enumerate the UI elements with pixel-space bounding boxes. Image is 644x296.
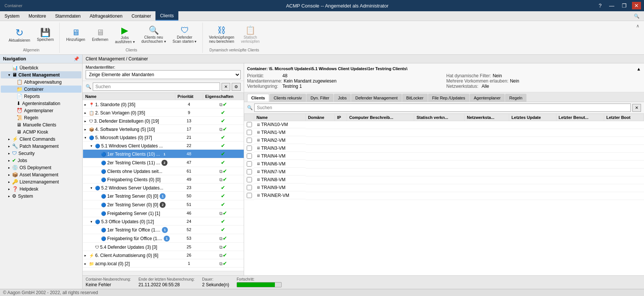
tab-bitlocker[interactable]: BitLocker [402, 94, 428, 102]
col-description[interactable]: Computer Beschreib... [347, 114, 414, 121]
client-checkbox[interactable] [247, 122, 252, 127]
client-row[interactable]: 🖥 TRAIN3-VM [244, 145, 644, 153]
sidebar-item-security[interactable]: ▸ 🛡 Security [1, 150, 81, 157]
speichern-button[interactable]: 💾 Speichern [34, 27, 56, 44]
tree-row[interactable]: ▸📦4. Software Verteilung (5) [10]17⧉✔ [83, 125, 244, 133]
aktualisieren-button[interactable]: ↻ Aktualisieren [6, 26, 33, 44]
tree-row[interactable]: ▸🛡3. Defender Einstellugen (0) [19]13✔ [83, 117, 244, 125]
tree-row[interactable]: 🔵1er Testring Clients (10) ...148✔ [83, 150, 244, 158]
client-row[interactable]: 🖥 TRAINER-VM [244, 192, 644, 200]
container-search-input[interactable] [93, 83, 220, 91]
entfernen-button[interactable]: 🖥 Entfernen [89, 27, 111, 44]
row-expand[interactable]: ▾ [90, 186, 95, 190]
tree-row[interactable]: 🔵2er Testring Clients (11) ...247✔ [83, 158, 244, 167]
tab-agentenplaner[interactable]: Agentenplaner [470, 94, 505, 102]
sidebar-item-regeln[interactable]: 📜 Regeln [1, 114, 81, 121]
sidebar-item-ueberblick[interactable]: 📊 Überblick [1, 64, 81, 71]
minimize-button[interactable]: — [607, 2, 617, 9]
sidebar-item-agentenplaner[interactable]: ⏰ Agentenplaner [1, 107, 81, 114]
jobs-ausfuehren-button[interactable]: ▶ Jobsausführen ▾ [112, 24, 137, 46]
client-checkbox[interactable] [247, 169, 252, 174]
sidebar-item-manuelle-clients[interactable]: 🖥 Manuelle Clients [1, 121, 81, 128]
sidebar-item-client-commands[interactable]: ▸ ⚡ Client Commands [1, 135, 81, 143]
help-button[interactable]: ? [596, 2, 604, 9]
client-row[interactable]: 🖥 TRAIN8-VM [244, 176, 644, 184]
expand-client-mgmt[interactable]: ▾ [7, 73, 11, 77]
expand-client-commands[interactable]: ▸ [7, 137, 11, 141]
sidebar-item-acmp-kiosk[interactable]: 🖥 ACMP Kiosk [1, 128, 81, 135]
client-row[interactable]: 🖥 TRAIN2-VM [244, 137, 644, 145]
row-expand[interactable]: ▸ [84, 128, 89, 131]
statisch-button[interactable]: 📋 Statischverknüpfen [238, 24, 262, 45]
col-priority[interactable]: Priorität [175, 93, 203, 100]
tree-row[interactable]: 🔵Freigabering für Office (1....153⧉✔ [83, 234, 244, 243]
col-last-user[interactable]: Letzter Benut... [556, 114, 604, 121]
sidebar-item-container[interactable]: 📁 Container [1, 86, 81, 93]
nav-pin-icon[interactable]: 📌 [74, 56, 79, 62]
client-row[interactable]: 🖥 TRAIN9-VM [244, 184, 644, 192]
client-row[interactable]: 🖥 TRAIN4-VM [244, 153, 644, 161]
tree-row[interactable]: ▸📍1. Standorte (0) [35]4⧉✔ [83, 100, 244, 108]
client-row[interactable]: 🖥 TRAIN10-VM [244, 121, 644, 129]
row-expand[interactable]: ▸ [84, 103, 89, 107]
tab-clients-rekursiv[interactable]: Clients rekursiv [270, 94, 306, 102]
expand-asset[interactable]: ▸ [7, 173, 11, 177]
col-ip[interactable]: IP [335, 114, 347, 121]
client-checkbox[interactable] [247, 130, 252, 135]
sidebar-item-os-deployment[interactable]: ▸ 💿 OS Deployment [1, 164, 81, 171]
sidebar-item-system[interactable]: ▸ ⚙ System [1, 192, 81, 200]
tree-row[interactable]: 🛡5.4 Defender Updates (3) [3]25⧉✔ [83, 243, 244, 251]
menu-search-icon[interactable]: 🔍 [629, 11, 644, 21]
row-expand[interactable]: ▸ [84, 254, 89, 257]
sidebar-item-client-management[interactable]: ▾ 🖥 Client Management [1, 71, 81, 78]
col-static[interactable]: Statisch verkn... [414, 114, 465, 121]
toolbar-collapse-btn[interactable]: ∧ [635, 23, 641, 29]
sidebar-item-asset-management[interactable]: ▸ 📦 Asset Management [1, 171, 81, 178]
client-row[interactable]: 🖥 TRAIN7-VM [244, 168, 644, 176]
sidebar-item-abfrageverwaltung[interactable]: 📋 Abfrageverwaltung [1, 78, 81, 86]
tree-row[interactable]: 🔵Freigabering Server (1) [1]46⧉✔ [83, 209, 244, 217]
sidebar-item-agenteninstallation[interactable]: ⬇ Agenteninstallation [1, 100, 81, 107]
tree-row[interactable]: 🔵1er Testring Server (0) [0]150✔ [83, 192, 244, 200]
client-checkbox[interactable] [247, 193, 252, 198]
tab-regeln[interactable]: Regeln [505, 94, 526, 102]
row-expand[interactable]: ▾ [90, 144, 95, 148]
menu-clients[interactable]: Clients [155, 11, 178, 21]
expand-jobs[interactable]: ▸ [7, 158, 11, 163]
client-row[interactable]: 🖥 TRAIN1-VM [244, 129, 644, 137]
sidebar-item-reports[interactable]: 📄 Reports [1, 93, 81, 100]
col-client-name[interactable]: Name [254, 114, 306, 121]
tree-row[interactable]: 🔵Clients ohne Updates seit...61⧉✔ [83, 167, 244, 175]
client-checkbox[interactable] [247, 161, 252, 167]
col-last-update[interactable]: Letztes Update [509, 114, 557, 121]
close-button[interactable]: ✕ [632, 2, 641, 9]
menu-system[interactable]: System [0, 11, 24, 21]
sidebar-item-jobs[interactable]: ▸ ✔ Jobs [1, 157, 81, 164]
sidebar-item-lizenzmanagement[interactable]: ▸ 🔑 Lizenzmanagement [1, 178, 81, 185]
clients-neu-button[interactable]: 🔍 Clients neudurchsuchen ▾ [139, 24, 169, 45]
expand-patch[interactable]: ▸ [7, 144, 11, 149]
expand-lizenz[interactable]: ▸ [7, 180, 11, 184]
tree-row[interactable]: ▾🔵5.3 Office Updates (0) [12]24✔ [83, 217, 244, 225]
client-search-input[interactable] [254, 104, 631, 112]
row-expand[interactable]: ▾ [84, 136, 89, 140]
client-checkbox[interactable] [247, 185, 252, 190]
tree-row[interactable]: ▸📋2. Scan Vorlagen (0) [35]9✔ [83, 108, 244, 117]
info-scroll-up[interactable]: ▲ [636, 66, 641, 72]
tree-row[interactable]: 🔵1er Testring für Office (1....152✔ [83, 225, 244, 234]
restore-button[interactable]: ❐ [620, 2, 629, 9]
menu-stammdaten[interactable]: Stammdaten [51, 11, 85, 21]
tree-row[interactable]: ▾🔵5. Microsoft Updates (0) [37]21✔ [83, 133, 244, 141]
tree-horizontal-scroll[interactable] [83, 271, 244, 275]
tab-file-rep[interactable]: File Rep./Updates [428, 94, 469, 102]
client-checkbox[interactable] [247, 177, 252, 182]
client-row[interactable]: 🖥 TRAIN6-VM [244, 161, 644, 168]
col-domain[interactable]: Domäne [306, 114, 335, 121]
col-name[interactable]: Name [83, 93, 175, 100]
expand-system[interactable]: ▸ [7, 194, 11, 198]
tree-row[interactable]: ▾🔵5.2 Windows Server Updates...23✔ [83, 183, 244, 192]
defender-button[interactable]: 🛡 DefenderScan starten ▾ [170, 24, 199, 45]
row-expand[interactable]: ▸ [84, 262, 89, 266]
tab-clients[interactable]: Clients [247, 94, 269, 102]
menu-monitore[interactable]: Monitore [24, 11, 51, 21]
